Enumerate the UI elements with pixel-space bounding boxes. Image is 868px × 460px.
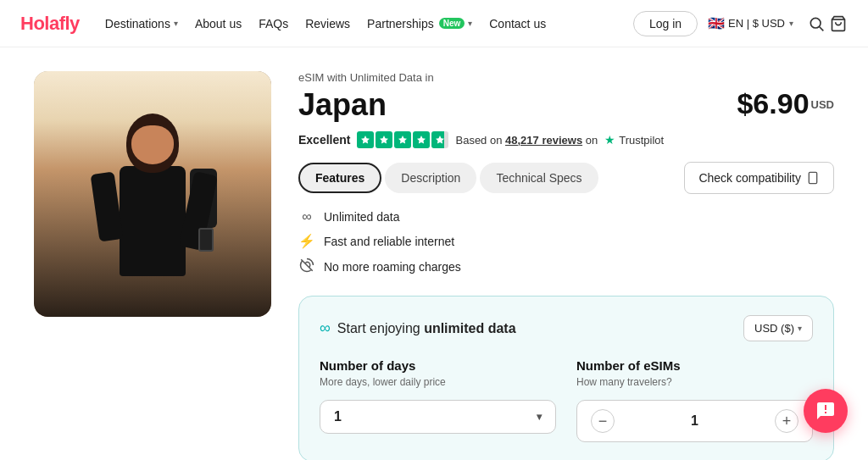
navbar: Holafly Destinations ▾ About us FAQs Rev… [0, 0, 868, 47]
product-title: Japan [298, 87, 387, 123]
rating-text: Based on 48,217 reviews on [455, 134, 598, 147]
trustpilot-star-icon: ★ [604, 133, 615, 147]
esims-increment-button[interactable]: + [775, 409, 798, 433]
infinity-icon-2: ∞ [320, 319, 331, 337]
star-4 [413, 131, 430, 148]
feature-unlimited-data: ∞ Unlimited data [298, 209, 834, 224]
features-list: ∞ Unlimited data ⚡ Fast and reliable int… [298, 209, 834, 275]
stars [357, 131, 448, 148]
nav-partnerships[interactable]: Partnerships New ▾ [360, 0, 479, 47]
chevron-down-icon: ▾ [468, 19, 472, 28]
tabs-row: Features Description Technical Specs Che… [298, 162, 834, 194]
nav-about[interactable]: About us [188, 0, 248, 47]
tab-features[interactable]: Features [298, 163, 381, 193]
nav-contact[interactable]: Contact us [482, 0, 553, 47]
chevron-down-icon: ▾ [798, 324, 802, 333]
star-5 [431, 131, 448, 148]
product-info: eSIM with Unlimited Data in Japan $6.90U… [298, 71, 834, 460]
esims-decrement-button[interactable]: − [591, 409, 615, 433]
check-compatibility-button[interactable]: Check compatibility [684, 162, 834, 194]
days-value: 1 [334, 409, 342, 424]
trustpilot: ★ Trustpilot [604, 133, 664, 147]
product-image [34, 71, 271, 317]
rating-row: Excellent Based on 48,217 reviews on ★ T… [298, 131, 834, 148]
svg-line-1 [820, 26, 824, 30]
no-roaming-icon [298, 258, 315, 275]
esim-label: eSIM with Unlimited Data in [298, 71, 834, 84]
chevron-down-icon: ▾ [174, 19, 178, 28]
days-column: Number of days More days, lower daily pr… [320, 358, 556, 442]
price-currency: USD [811, 98, 834, 111]
search-button[interactable] [807, 14, 826, 33]
svg-line-5 [301, 259, 313, 271]
brand-logo[interactable]: Holafly [20, 13, 80, 35]
nav-faqs[interactable]: FAQs [252, 0, 295, 47]
price-amount: $6.90 [737, 87, 809, 119]
svg-point-0 [810, 18, 821, 28]
purchase-row: Number of days More days, lower daily pr… [320, 358, 813, 442]
infinity-icon: ∞ [298, 209, 315, 224]
chevron-down-icon[interactable]: ▾ [537, 411, 542, 423]
esims-sublabel: How many travelers? [576, 376, 813, 388]
star-3 [394, 131, 411, 148]
esims-label: Number of eSIMs [576, 358, 813, 373]
language-selector[interactable]: 🇬🇧 EN | $ USD ▾ [708, 15, 793, 31]
rating-word: Excellent [298, 133, 350, 147]
purchase-card-header: ∞ Start enjoying unlimited data USD ($) … [320, 315, 813, 341]
currency-select[interactable]: USD ($) ▾ [743, 315, 813, 341]
login-button[interactable]: Log in [633, 11, 698, 36]
lightning-icon: ⚡ [298, 233, 315, 249]
esims-stepper: − 1 + [576, 400, 813, 442]
new-badge: New [439, 18, 465, 29]
svg-rect-3 [809, 172, 816, 183]
chevron-down-icon: ▾ [789, 19, 793, 28]
purchase-card: ∞ Start enjoying unlimited data USD ($) … [298, 296, 834, 460]
purchase-card-title: ∞ Start enjoying unlimited data [320, 319, 516, 337]
tabs: Features Description Technical Specs [298, 163, 598, 193]
support-fab[interactable] [804, 389, 848, 433]
tab-description[interactable]: Description [385, 163, 476, 193]
cart-button[interactable] [829, 14, 848, 33]
price-block: $6.90USD [737, 87, 834, 120]
product-header: Japan $6.90USD [298, 87, 834, 123]
main-content: eSIM with Unlimited Data in Japan $6.90U… [0, 47, 868, 460]
days-sublabel: More days, lower daily price [320, 376, 556, 388]
compatibility-icon [806, 171, 820, 185]
feature-no-roaming: No more roaming charges [298, 258, 834, 275]
days-stepper: 1 ▾ [320, 400, 556, 434]
reviews-link[interactable]: 48,217 reviews [505, 134, 582, 147]
nav-destinations[interactable]: Destinations ▾ [98, 0, 185, 47]
esims-value: 1 [691, 413, 698, 429]
star-1 [357, 131, 374, 148]
nav-reviews[interactable]: Reviews [298, 0, 357, 47]
star-2 [376, 131, 392, 148]
days-label: Number of days [320, 358, 556, 373]
feature-fast-internet: ⚡ Fast and reliable internet [298, 233, 834, 249]
esims-column: Number of eSIMs How many travelers? − 1 … [576, 358, 813, 442]
flag-icon: 🇬🇧 [708, 15, 725, 31]
tab-technical-specs[interactable]: Technical Specs [480, 163, 598, 193]
